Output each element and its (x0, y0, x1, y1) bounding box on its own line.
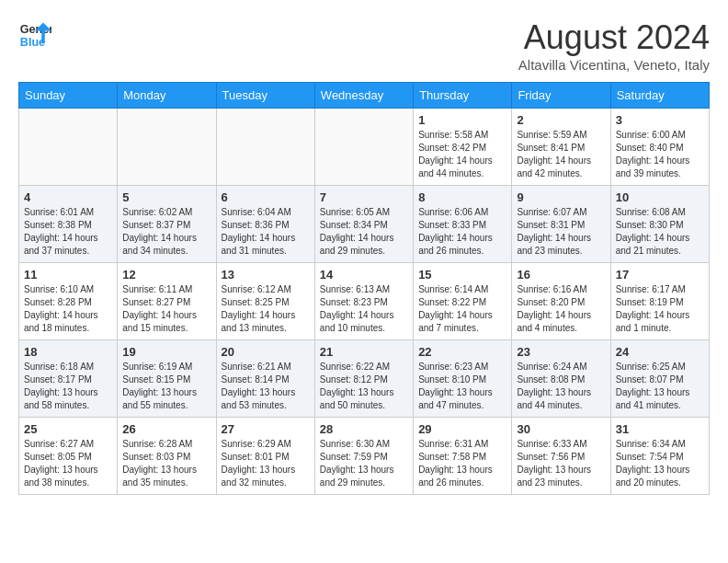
day-number: 23 (517, 345, 605, 359)
table-row: 11Sunrise: 6:10 AM Sunset: 8:28 PM Dayli… (19, 263, 118, 340)
table-row (118, 109, 216, 186)
day-number: 3 (616, 113, 704, 127)
day-number: 10 (616, 190, 704, 204)
day-info: Sunrise: 6:28 AM Sunset: 8:03 PM Dayligh… (122, 438, 210, 489)
table-row: 3Sunrise: 6:00 AM Sunset: 8:40 PM Daylig… (610, 109, 709, 186)
day-number: 28 (320, 422, 408, 436)
day-number: 1 (418, 113, 506, 127)
day-number: 4 (24, 190, 112, 204)
day-info: Sunrise: 6:16 AM Sunset: 8:20 PM Dayligh… (517, 283, 605, 335)
calendar-week-row: 25Sunrise: 6:27 AM Sunset: 8:05 PM Dayli… (19, 418, 710, 495)
table-row (19, 109, 118, 186)
day-info: Sunrise: 6:04 AM Sunset: 8:36 PM Dayligh… (222, 206, 310, 258)
table-row: 28Sunrise: 6:30 AM Sunset: 7:59 PM Dayli… (314, 418, 413, 495)
day-number: 2 (517, 113, 605, 127)
table-row: 24Sunrise: 6:25 AM Sunset: 8:07 PM Dayli… (610, 340, 709, 418)
day-number: 15 (418, 268, 506, 282)
col-saturday: Saturday (610, 83, 709, 109)
day-info: Sunrise: 6:24 AM Sunset: 8:08 PM Dayligh… (517, 361, 605, 412)
table-row: 13Sunrise: 6:12 AM Sunset: 8:25 PM Dayli… (216, 263, 314, 340)
table-row: 23Sunrise: 6:24 AM Sunset: 8:08 PM Dayli… (512, 340, 610, 418)
day-info: Sunrise: 5:59 AM Sunset: 8:41 PM Dayligh… (517, 129, 605, 180)
table-row: 4Sunrise: 6:01 AM Sunset: 8:38 PM Daylig… (19, 186, 118, 263)
day-info: Sunrise: 6:10 AM Sunset: 8:28 PM Dayligh… (24, 283, 112, 335)
table-row (216, 109, 314, 186)
day-info: Sunrise: 6:00 AM Sunset: 8:40 PM Dayligh… (616, 129, 704, 180)
day-info: Sunrise: 6:33 AM Sunset: 7:56 PM Dayligh… (517, 438, 605, 489)
logo: General Blue (18, 18, 51, 52)
day-info: Sunrise: 6:07 AM Sunset: 8:31 PM Dayligh… (517, 206, 605, 258)
day-number: 6 (222, 190, 310, 204)
day-number: 13 (222, 268, 310, 282)
day-info: Sunrise: 6:29 AM Sunset: 8:01 PM Dayligh… (222, 438, 310, 489)
day-info: Sunrise: 5:58 AM Sunset: 8:42 PM Dayligh… (418, 129, 506, 180)
table-row: 10Sunrise: 6:08 AM Sunset: 8:30 PM Dayli… (610, 186, 709, 263)
table-row: 9Sunrise: 6:07 AM Sunset: 8:31 PM Daylig… (512, 186, 610, 263)
day-number: 16 (517, 268, 605, 282)
table-row: 21Sunrise: 6:22 AM Sunset: 8:12 PM Dayli… (314, 340, 413, 418)
day-info: Sunrise: 6:22 AM Sunset: 8:12 PM Dayligh… (320, 361, 408, 412)
day-info: Sunrise: 6:01 AM Sunset: 8:38 PM Dayligh… (24, 206, 112, 258)
day-info: Sunrise: 6:06 AM Sunset: 8:33 PM Dayligh… (418, 206, 506, 258)
location-subtitle: Altavilla Vicentina, Veneto, Italy (518, 57, 710, 73)
day-number: 11 (24, 268, 112, 282)
day-info: Sunrise: 6:08 AM Sunset: 8:30 PM Dayligh… (616, 206, 704, 258)
table-row: 16Sunrise: 6:16 AM Sunset: 8:20 PM Dayli… (512, 263, 610, 340)
col-friday: Friday (512, 83, 610, 109)
day-number: 7 (320, 190, 408, 204)
day-number: 21 (320, 345, 408, 359)
table-row: 30Sunrise: 6:33 AM Sunset: 7:56 PM Dayli… (512, 418, 610, 495)
page-header: General Blue August 2024 Altavilla Vicen… (18, 18, 710, 73)
col-wednesday: Wednesday (314, 83, 413, 109)
day-number: 30 (517, 422, 605, 436)
table-row: 2Sunrise: 5:59 AM Sunset: 8:41 PM Daylig… (512, 109, 610, 186)
month-title: August 2024 (518, 18, 710, 57)
day-info: Sunrise: 6:14 AM Sunset: 8:22 PM Dayligh… (418, 283, 506, 335)
svg-text:Blue: Blue (20, 36, 45, 49)
day-info: Sunrise: 6:34 AM Sunset: 7:54 PM Dayligh… (616, 438, 704, 489)
table-row: 31Sunrise: 6:34 AM Sunset: 7:54 PM Dayli… (610, 418, 709, 495)
calendar-table: Sunday Monday Tuesday Wednesday Thursday… (18, 82, 710, 495)
col-monday: Monday (118, 83, 216, 109)
table-row: 15Sunrise: 6:14 AM Sunset: 8:22 PM Dayli… (414, 263, 512, 340)
table-row: 14Sunrise: 6:13 AM Sunset: 8:23 PM Dayli… (314, 263, 413, 340)
day-info: Sunrise: 6:25 AM Sunset: 8:07 PM Dayligh… (616, 361, 704, 412)
table-row: 1Sunrise: 5:58 AM Sunset: 8:42 PM Daylig… (414, 109, 512, 186)
day-number: 12 (122, 268, 210, 282)
table-row: 18Sunrise: 6:18 AM Sunset: 8:17 PM Dayli… (19, 340, 118, 418)
table-row: 17Sunrise: 6:17 AM Sunset: 8:19 PM Dayli… (610, 263, 709, 340)
day-info: Sunrise: 6:31 AM Sunset: 7:58 PM Dayligh… (418, 438, 506, 489)
day-info: Sunrise: 6:17 AM Sunset: 8:19 PM Dayligh… (616, 283, 704, 335)
day-info: Sunrise: 6:12 AM Sunset: 8:25 PM Dayligh… (222, 283, 310, 335)
day-number: 31 (616, 422, 704, 436)
day-number: 20 (222, 345, 310, 359)
table-row: 27Sunrise: 6:29 AM Sunset: 8:01 PM Dayli… (216, 418, 314, 495)
day-info: Sunrise: 6:11 AM Sunset: 8:27 PM Dayligh… (122, 283, 210, 335)
day-info: Sunrise: 6:18 AM Sunset: 8:17 PM Dayligh… (24, 361, 112, 412)
col-sunday: Sunday (19, 83, 118, 109)
table-row: 19Sunrise: 6:19 AM Sunset: 8:15 PM Dayli… (118, 340, 216, 418)
day-number: 5 (122, 190, 210, 204)
day-number: 24 (616, 345, 704, 359)
day-number: 17 (616, 268, 704, 282)
col-tuesday: Tuesday (216, 83, 314, 109)
day-number: 27 (222, 422, 310, 436)
table-row: 20Sunrise: 6:21 AM Sunset: 8:14 PM Dayli… (216, 340, 314, 418)
day-info: Sunrise: 6:05 AM Sunset: 8:34 PM Dayligh… (320, 206, 408, 258)
table-row: 8Sunrise: 6:06 AM Sunset: 8:33 PM Daylig… (414, 186, 512, 263)
calendar-week-row: 11Sunrise: 6:10 AM Sunset: 8:28 PM Dayli… (19, 263, 710, 340)
calendar-week-row: 18Sunrise: 6:18 AM Sunset: 8:17 PM Dayli… (19, 340, 710, 418)
day-number: 14 (320, 268, 408, 282)
day-info: Sunrise: 6:23 AM Sunset: 8:10 PM Dayligh… (418, 361, 506, 412)
table-row: 22Sunrise: 6:23 AM Sunset: 8:10 PM Dayli… (414, 340, 512, 418)
col-thursday: Thursday (414, 83, 512, 109)
day-number: 9 (517, 190, 605, 204)
day-number: 18 (24, 345, 112, 359)
table-row (314, 109, 413, 186)
table-row: 6Sunrise: 6:04 AM Sunset: 8:36 PM Daylig… (216, 186, 314, 263)
day-number: 29 (418, 422, 506, 436)
day-info: Sunrise: 6:30 AM Sunset: 7:59 PM Dayligh… (320, 438, 408, 489)
day-number: 19 (122, 345, 210, 359)
day-info: Sunrise: 6:21 AM Sunset: 8:14 PM Dayligh… (222, 361, 310, 412)
logo-icon: General Blue (18, 18, 51, 52)
